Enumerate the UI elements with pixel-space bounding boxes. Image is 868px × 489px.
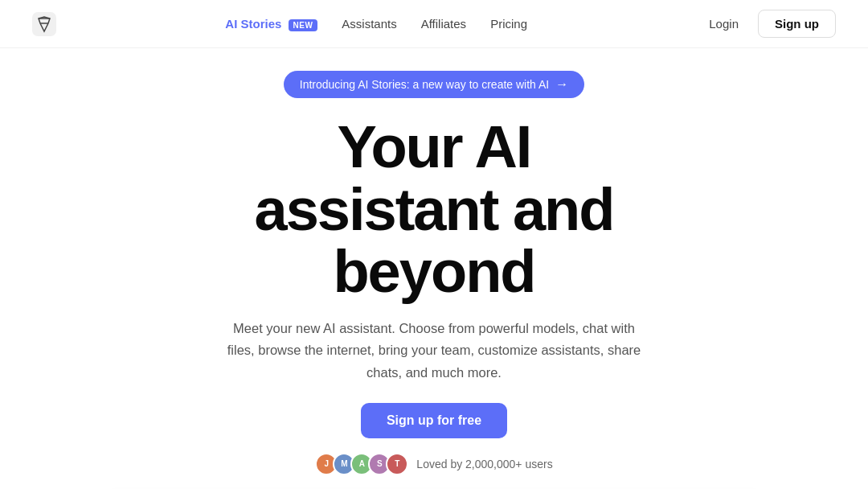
logo[interactable] bbox=[32, 12, 56, 36]
login-button[interactable]: Login bbox=[696, 11, 751, 36]
avatar: T bbox=[386, 453, 408, 475]
nav-link-assistants[interactable]: Assistants bbox=[332, 12, 406, 35]
nav-link-pricing[interactable]: Pricing bbox=[481, 12, 537, 35]
avatar-group: J M A S T bbox=[315, 453, 408, 475]
hero-section: Introducing AI Stories: a new way to cre… bbox=[0, 48, 868, 489]
nav-links: AI Stories NEW Assistants Affiliates Pri… bbox=[215, 12, 537, 35]
hero-subtitle: Meet your new AI assistant. Choose from … bbox=[225, 318, 643, 384]
navbar: AI Stories NEW Assistants Affiliates Pri… bbox=[0, 0, 868, 48]
hero-banner-arrow: → bbox=[555, 77, 568, 92]
nav-right: Login Sign up bbox=[696, 10, 836, 38]
hero-banner-text: Introducing AI Stories: a new way to cre… bbox=[300, 78, 550, 91]
hero-title: Your AI assistant and beyond bbox=[255, 116, 614, 303]
social-proof-text: Loved by 2,000,000+ users bbox=[416, 458, 552, 471]
hero-social-proof: J M A S T Loved by 2,000,000+ users bbox=[315, 453, 552, 475]
nav-link-affiliates[interactable]: Affiliates bbox=[411, 12, 476, 35]
signup-button[interactable]: Sign up bbox=[758, 10, 836, 38]
hero-banner[interactable]: Introducing AI Stories: a new way to cre… bbox=[284, 71, 585, 98]
nav-link-ai-stories[interactable]: AI Stories NEW bbox=[215, 12, 327, 35]
cta-button[interactable]: Sign up for free bbox=[361, 403, 507, 438]
new-badge: NEW bbox=[289, 19, 318, 31]
